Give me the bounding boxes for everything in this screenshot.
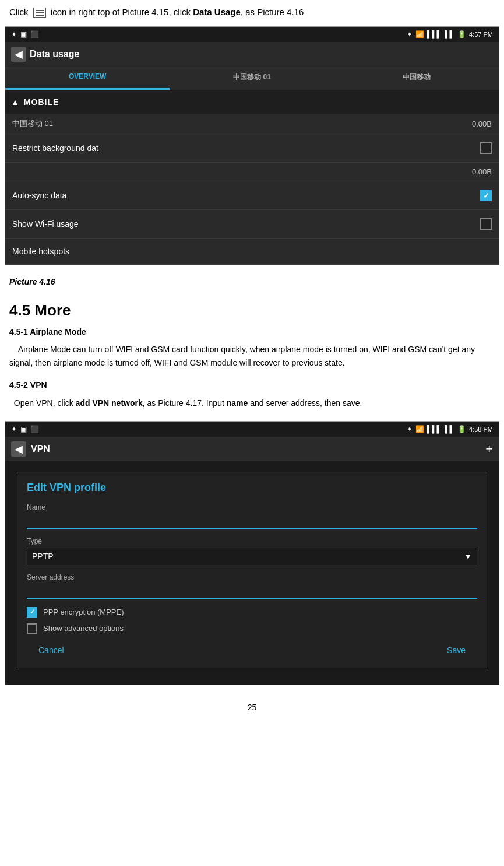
tab-sim1[interactable]: 中国移动 01 — [170, 66, 334, 90]
status-bar-right: ✦ 📶 ▌▌▌ ▌▌ 🔋 4:57 PM — [407, 30, 494, 38]
mobile-hotspots-row[interactable]: Mobile hotspots — [5, 239, 499, 265]
notification-icon: ▣ — [20, 30, 27, 38]
data-usage-bold: Data Usage — [193, 7, 241, 17]
vpn-screen-title: VPN — [31, 444, 50, 454]
sim1-value: 0.00B — [472, 120, 492, 128]
vpn-save-button[interactable]: Save — [435, 642, 477, 658]
tab-overview[interactable]: OVERVIEW — [5, 66, 170, 90]
signal1-icon: ▌▌▌ — [427, 30, 442, 38]
bluetooth-icon: ✦ — [11, 30, 17, 38]
data-row-sim1: 中国移动 01 0.00B — [5, 114, 499, 134]
vpn-cancel-button[interactable]: Cancel — [27, 642, 76, 658]
restrict-background-row[interactable]: Restrict background dat — [5, 134, 499, 163]
intro-line: Click icon in right top of Picture 4.15,… — [0, 0, 504, 26]
vpn-status-right: ✦ 📶 ▌▌▌ ▌▌ 🔋 4:58 PM — [407, 425, 494, 433]
screen-title: Data usage — [30, 49, 79, 59]
vpn-body: Open VPN, click add VPN network, as Pict… — [0, 394, 504, 412]
vpn-notif-icon: ▣ — [20, 425, 27, 433]
data-row-value2: 0.00B — [5, 163, 499, 181]
vpn-advanced-label: Show advanced options — [43, 624, 124, 633]
name-bold: name — [227, 398, 248, 408]
vpn-dialog-title: Edit VPN profile — [27, 482, 477, 494]
auto-sync-checkbox[interactable] — [480, 190, 492, 201]
vpn-wifi-icon: 📶 — [415, 425, 424, 433]
intro-text-before: Click — [9, 7, 29, 17]
mobile-section-title: MOBILE — [24, 97, 59, 107]
status-bar-left: ✦ ▣ ⬛ — [11, 30, 39, 38]
vpn-bt2-icon: ✦ — [407, 425, 413, 433]
page-number: 25 — [0, 691, 504, 718]
title-bar: ◀ Data usage — [5, 42, 499, 66]
intro-text-after: icon in right top of Picture 4.15, click… — [51, 7, 304, 17]
vpn-server-label: Server address — [27, 573, 477, 581]
photo-icon: ⬛ — [30, 30, 39, 38]
vpn-ppp-checkbox[interactable] — [27, 607, 37, 618]
vpn-screenshot: ✦ ▣ ⬛ ✦ 📶 ▌▌▌ ▌▌ 🔋 4:58 PM ◀ VPN + Edit … — [5, 421, 499, 685]
vpn-battery-icon: 🔋 — [457, 425, 466, 433]
auto-sync-row[interactable]: Auto-sync data — [5, 181, 499, 210]
data-usage-screenshot: ✦ ▣ ⬛ ✦ 📶 ▌▌▌ ▌▌ 🔋 4:57 PM ◀ Data usage … — [5, 26, 499, 265]
wifi-icon: 📶 — [415, 30, 424, 38]
mobile-hotspots-label: Mobile hotspots — [12, 247, 492, 256]
subsection-title-4-5-2: 4.5-2 VPN — [9, 380, 47, 390]
vpn-ppp-row[interactable]: PPP encryption (MPPE) — [27, 607, 477, 618]
add-vpn-bold: add VPN network — [76, 398, 143, 408]
wifi-usage-label: Show Wi-Fi usage — [12, 219, 480, 229]
vpn-advanced-row[interactable]: Show advanced options — [27, 623, 477, 634]
second-value: 0.00B — [472, 167, 492, 176]
vpn-name-label: Name — [27, 503, 477, 511]
vpn-back-button[interactable]: ◀ — [11, 441, 26, 457]
tab-sim2[interactable]: 中国移动 — [334, 66, 499, 90]
restrict-background-checkbox[interactable] — [480, 142, 492, 154]
vpn-dialog-area: Edit VPN profile Name Type PPTP ▼ Server… — [5, 461, 499, 685]
restrict-background-label: Restrict background dat — [12, 143, 480, 153]
airplane-mode-body: Airplane Mode can turn off WIFI and GSM … — [0, 341, 504, 371]
sim1-label: 中国移动 01 — [12, 118, 53, 129]
screen-content: ▲ MOBILE 中国移动 01 0.00B Restrict backgrou… — [5, 90, 499, 265]
vpn-status-bar: ✦ ▣ ⬛ ✦ 📶 ▌▌▌ ▌▌ 🔋 4:58 PM — [5, 422, 499, 437]
vpn-type-label: Type — [27, 537, 477, 545]
vpn-add-button[interactable]: + — [485, 441, 493, 457]
time-display: 4:57 PM — [469, 31, 493, 38]
bluetooth-status-icon: ✦ — [407, 30, 413, 38]
section-heading-4-5: 4.5 More — [0, 296, 504, 323]
vpn-bt-icon: ✦ — [11, 425, 17, 433]
vpn-type-select[interactable]: PPTP ▼ — [27, 548, 477, 565]
vpn-status-left: ✦ ▣ ⬛ — [11, 425, 39, 433]
vpn-time-display: 4:58 PM — [469, 426, 493, 433]
chevron-up-icon: ▲ — [11, 97, 19, 107]
auto-sync-label: Auto-sync data — [12, 191, 480, 200]
back-button[interactable]: ◀ — [11, 47, 26, 62]
vpn-ppp-label: PPP encryption (MPPE) — [43, 608, 124, 616]
vpn-type-arrow: ▼ — [464, 552, 472, 561]
vpn-server-input[interactable] — [27, 584, 477, 599]
vpn-sig2-icon: ▌▌ — [445, 425, 454, 433]
wifi-usage-checkbox[interactable] — [480, 218, 492, 230]
mobile-section-header: ▲ MOBILE — [5, 90, 499, 114]
wifi-usage-row[interactable]: Show Wi-Fi usage — [5, 210, 499, 239]
vpn-title-bar: ◀ VPN + — [5, 437, 499, 461]
battery-icon: 🔋 — [457, 30, 466, 38]
status-bar: ✦ ▣ ⬛ ✦ 📶 ▌▌▌ ▌▌ 🔋 4:57 PM — [5, 27, 499, 42]
vpn-name-input[interactable] — [27, 514, 477, 529]
vpn-dialog-buttons: Cancel Save — [27, 642, 477, 658]
vpn-sig1-icon: ▌▌▌ — [427, 425, 442, 433]
subsection-4-5-1: 4.5-1 Airplane Mode — [0, 323, 504, 341]
menu-icon — [33, 8, 46, 18]
tabs-bar: OVERVIEW 中国移动 01 中国移动 — [5, 66, 499, 90]
subsection-4-5-2-title: 4.5-2 VPN — [0, 376, 504, 394]
vpn-advanced-checkbox[interactable] — [27, 623, 37, 634]
vpn-photo-icon: ⬛ — [30, 425, 39, 433]
vpn-dialog: Edit VPN profile Name Type PPTP ▼ Server… — [17, 472, 487, 668]
signal2-icon: ▌▌ — [445, 30, 454, 38]
vpn-type-value: PPTP — [32, 552, 54, 561]
caption-4-16: Picture 4.16 — [0, 271, 504, 296]
subsection-title-4-5-1: 4.5-1 Airplane Mode — [9, 327, 86, 336]
